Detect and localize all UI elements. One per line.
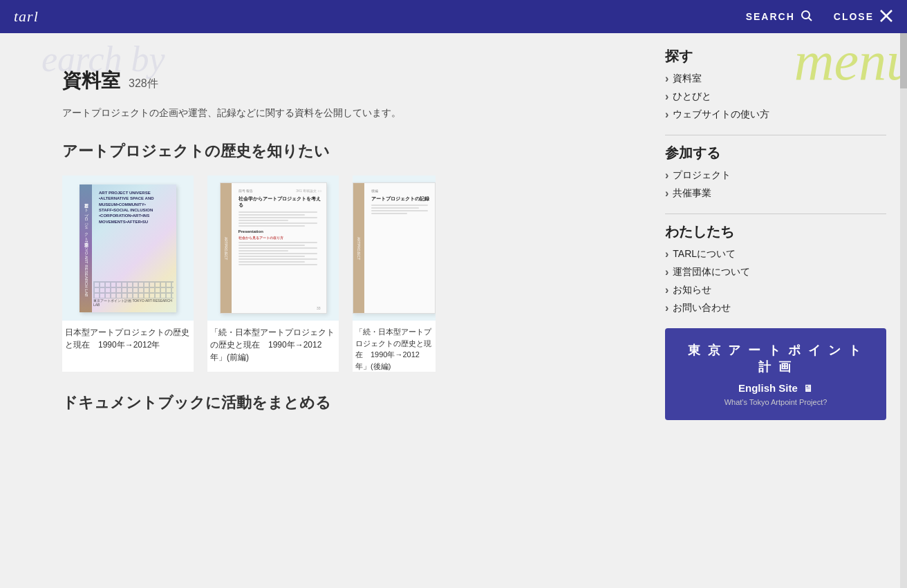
doc-line — [239, 247, 318, 249]
sidebar-link-oshirase[interactable]: お知らせ — [665, 284, 886, 296]
card-image-3: ARTPROJECT 後編 アートプロジェクトの記録 — [353, 176, 436, 321]
doc-highlight: 社会から見るアートの在り方 — [239, 236, 322, 240]
promo-title-jp: 東 京 ア ー ト ポ イ ン ト 計 画 — [679, 342, 872, 375]
doc-line — [239, 214, 306, 216]
search-button[interactable]: SEARCH — [746, 10, 813, 24]
divider-1 — [665, 135, 886, 135]
category-1-heading: アートプロジェクトの歴史を知りたい — [62, 141, 617, 162]
card-title-1: 日本型アートプロジェクトの歴史と現在 1990年→2012年 — [62, 321, 194, 351]
doc-lines — [239, 211, 322, 227]
sidebar-link-kyosai[interactable]: 共催事業 — [665, 187, 886, 200]
sidebar-link-uneidan[interactable]: 運営団体について — [665, 266, 886, 278]
doc-line — [239, 261, 306, 263]
header-actions: SEARCH CLOSE — [746, 9, 893, 25]
section-header: 資料室 328件 — [62, 68, 617, 94]
card-image-2: ARTPROJECT 前号 報告 341 寄稿論文 ○○ 社会学からアートプロジ… — [207, 176, 339, 321]
doc-content-3: 後編 アートプロジェクトの記録 — [367, 183, 435, 220]
svg-line-1 — [808, 17, 812, 21]
close-label: CLOSE — [834, 11, 874, 22]
book-cover-3: ARTPROJECT 後編 アートプロジェクトの記録 — [353, 182, 436, 314]
doc-line — [239, 245, 306, 246]
book-content: ART PROJECT UNIVERSE •ALTERNATIVE SPACE … — [99, 190, 171, 225]
book-cover-2: ARTPROJECT 前号 報告 341 寄稿論文 ○○ 社会学からアートプロジ… — [220, 182, 327, 314]
book-card-1[interactable]: 日本型アートプロジェクト調査 TOKYO ART RESEARCH LAB AR… — [62, 176, 194, 372]
svg-point-0 — [802, 11, 810, 19]
doc-lines-2 — [239, 242, 322, 265]
doc-line — [239, 250, 289, 252]
doc-line — [371, 210, 428, 211]
category-2-heading: ドキュメントブックに活動をまとめる — [62, 392, 617, 413]
doc-line — [239, 220, 289, 221]
doc-line — [239, 225, 306, 227]
doc-header-bar: 前号 報告 341 寄稿論文 ○○ — [239, 189, 322, 193]
join-title: 参加する — [665, 144, 886, 162]
doc-line — [239, 242, 318, 243]
doc-line — [239, 264, 318, 265]
doc-line — [239, 253, 318, 254]
card-image-1: 日本型アートプロジェクト調査 TOKYO ART RESEARCH LAB AR… — [62, 176, 194, 321]
promo-subtitle: What's Tokyo Artpoint Project? — [679, 398, 872, 406]
cards-area: ‹ 日本型アートプロジェクト調査 TOKYO ART RESEARCH LAB … — [62, 176, 617, 372]
sidebar-explore-section: 探す 資料室 ひとびと ウェブサイトの使い方 — [665, 47, 886, 121]
us-title: わたしたち — [665, 222, 886, 241]
left-panel: earch by 資料室 328件 アートプロジェクトの企画や運営、記録などに関… — [0, 33, 644, 588]
cards-row: 日本型アートプロジェクト調査 TOKYO ART RESEARCH LAB AR… — [62, 176, 617, 372]
page-wrapper: earch by 資料室 328件 アートプロジェクトの企画や運営、記録などに関… — [0, 0, 907, 588]
promo-icon: 🖥 — [803, 383, 813, 394]
doc-lines-3 — [371, 205, 431, 214]
doc-title: 社会学からアートプロジェクトを考える — [239, 196, 322, 208]
search-label: SEARCH — [746, 11, 795, 22]
sidebar-link-hitobito[interactable]: ひとびと — [665, 91, 886, 103]
section-description: アートプロジェクトの企画や運営、記録などに関する資料を公開しています。 — [62, 105, 617, 120]
search-icon — [801, 10, 813, 24]
doc-spine: ARTPROJECT — [221, 183, 232, 313]
right-sidebar: menu 探す 資料室 ひとびと ウェブサイトの使い方 参加する プロジェクト … — [644, 33, 907, 588]
sidebar-link-tarl-about[interactable]: TARLについて — [665, 248, 886, 260]
site-logo[interactable]: tarl — [14, 8, 39, 26]
close-icon — [879, 9, 893, 25]
sidebar-link-project[interactable]: プロジェクト — [665, 169, 886, 182]
book-spine-1: 日本型アートプロジェクト調査 TOKYO ART RESEARCH LAB — [80, 184, 92, 312]
doc-title-3: アートプロジェクトの記録 — [371, 196, 431, 202]
doc-line — [371, 207, 419, 209]
doc-content: 前号 報告 341 寄稿論文 ○○ 社会学からアートプロジェクトを考える — [234, 183, 326, 270]
doc-line — [371, 205, 428, 206]
doc-section: Presentation — [239, 229, 322, 234]
doc-line — [371, 213, 407, 214]
scrollbar-thumb — [900, 33, 907, 88]
doc-header-bar-3: 後編 — [371, 189, 431, 193]
sidebar-link-shiryoshitsu[interactable]: 資料室 — [665, 73, 886, 85]
close-button[interactable]: CLOSE — [834, 9, 893, 25]
section-title: 資料室 — [62, 68, 120, 94]
book-bottom: 東京アートポイント計画 TOKYO ART RESEARCH LAB — [93, 298, 174, 307]
promo-box[interactable]: 東 京 ア ー ト ポ イ ン ト 計 画 English Site 🖥 Wha… — [665, 328, 886, 420]
doc-line — [239, 222, 318, 224]
doc-line — [239, 256, 306, 257]
book-card-2[interactable]: ARTPROJECT 前号 報告 341 寄稿論文 ○○ 社会学からアートプロジ… — [207, 176, 339, 372]
book-cover-1: 日本型アートプロジェクト調査 TOKYO ART RESEARCH LAB AR… — [80, 184, 176, 312]
sidebar-link-contact[interactable]: お問い合わせ — [665, 302, 886, 314]
explore-title: 探す — [665, 47, 886, 66]
book-spine-text: 日本型アートプロジェクト調査 TOKYO ART RESEARCH LAB — [83, 200, 89, 297]
book-card-3[interactable]: ARTPROJECT 後編 アートプロジェクトの記録 — [353, 176, 436, 372]
doc-line — [239, 258, 318, 260]
header: tarl SEARCH CLOSE — [0, 0, 907, 33]
book-grid — [93, 281, 174, 298]
doc-line — [239, 217, 318, 218]
sidebar-join-section: 参加する プロジェクト 共催事業 — [665, 144, 886, 200]
card-title-2: 「続・日本型アートプロジェクトの歴史と現在 1990年→2012年」(前編) — [207, 321, 339, 363]
divider-2 — [665, 214, 886, 214]
right-scrollbar[interactable] — [900, 33, 907, 588]
promo-title-en: English Site 🖥 — [679, 382, 872, 394]
card-title-3: 「続・日本型アートプロジェクトの歴史と現在 1990年→2012年」(後編) — [353, 321, 436, 372]
section-count: 328件 — [129, 77, 158, 91]
doc-line — [239, 211, 318, 213]
doc-page-num: 33 — [317, 306, 321, 310]
sidebar-us-section: わたしたち TARLについて 運営団体について お知らせ お問い合わせ — [665, 222, 886, 314]
sidebar-link-website-usage[interactable]: ウェブサイトの使い方 — [665, 108, 886, 121]
doc-spine-3: ARTPROJECT — [353, 183, 364, 313]
